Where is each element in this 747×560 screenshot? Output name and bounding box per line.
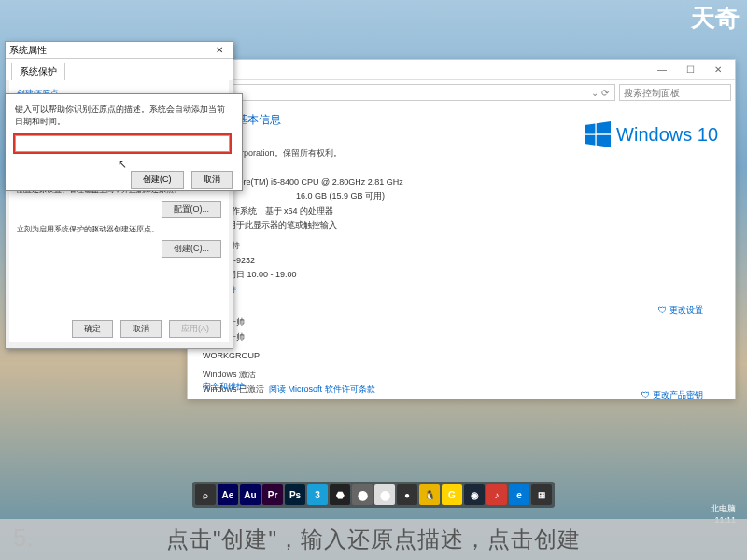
support-label: book 支持 [203, 239, 720, 252]
taskbar-app-icon[interactable]: ● [397, 484, 417, 505]
chevron-down-icon[interactable]: ⌄ ⟳ [591, 88, 609, 98]
activation-heading: Windows 激活 [203, 368, 720, 381]
taskbar-app-icon[interactable]: Ps [285, 484, 305, 505]
taskbar-app-icon[interactable]: Au [240, 484, 261, 505]
sidebar-security-link[interactable]: 安全和维护 [203, 381, 245, 393]
create-restore-point-modal: 键入可以帮助你识别还原点的描述。系统会自动添加当前日期和时间。 ↖ 创建(C) … [5, 93, 243, 191]
taskbar-app-icon[interactable]: Ae [218, 484, 238, 505]
taskbar-app-icon[interactable]: ◉ [464, 484, 485, 505]
change-settings-link[interactable]: 🛡更改设置 [658, 303, 703, 316]
cancel-button[interactable]: 取消 [120, 320, 162, 338]
workgroup-section-label: 工作组: [203, 301, 720, 315]
taskbar-app-icon[interactable]: ⬤ [352, 484, 373, 505]
taskbar-app-icon[interactable]: e [509, 484, 529, 505]
apply-button[interactable]: 应用(A) [169, 320, 221, 338]
modal-create-button[interactable]: 创建(C) [131, 171, 184, 189]
ram-value: 16.0 GB (15.9 GB 可用) [296, 189, 385, 203]
configure-button[interactable]: 配置(O)... [162, 201, 222, 218]
watermark: 天奇 [691, 2, 740, 35]
modal-cancel-button[interactable]: 取消 [191, 171, 233, 189]
tray-label: 北电脑 [711, 503, 736, 515]
taskbar-app-icon[interactable]: ♪ [486, 484, 507, 505]
close-icon[interactable]: ✕ [210, 45, 229, 55]
system-properties-dialog: 系统属性 ✕ 系统保护 创建还原点 键入可以帮助你识别还原点的描述。系统会自动添… [5, 41, 233, 349]
close-button[interactable]: ✕ [705, 62, 731, 78]
windows10-logo: Windows 10 [585, 121, 718, 147]
search-input[interactable] [619, 84, 731, 101]
taskbar-app-icon[interactable]: ⬣ [330, 484, 350, 505]
restore-point-description-input[interactable] [15, 135, 230, 152]
taskbar: ⌕AeAuPrPs3⬣⬤⬤●🐧G◉♪e⊞ [192, 482, 555, 508]
maximize-button[interactable]: ☐ [677, 62, 703, 78]
change-key-link[interactable]: 🛡更改产品密钥 [641, 388, 703, 399]
copyright: crosoft Corporation。保留所有权利。 [203, 147, 720, 160]
taskbar-app-icon[interactable]: ⌕ [195, 484, 216, 505]
cursor-icon: ↖ [118, 158, 127, 171]
tab-system-protection[interactable]: 系统保护 [11, 63, 65, 80]
workgroup-value: WORKGROUP [203, 349, 260, 362]
breadcrumb[interactable]: 系统⌄ ⟳ [191, 84, 615, 101]
control-panel-window: — ☐ ✕ 系统⌄ ⟳ 算机的基本信息 Windows 10 企业版 croso… [187, 59, 736, 399]
taskbar-app-icon[interactable]: 🐧 [419, 484, 440, 505]
create-button[interactable]: 创建(C)... [162, 240, 221, 258]
product-id: 产品 ID: 00328-90000-00000-AAOEM [203, 397, 344, 399]
create-text: 立刻为启用系统保护的驱动器创建还原点。 [17, 224, 221, 234]
taskbar-app-icon[interactable]: ⬤ [374, 484, 395, 505]
ok-button[interactable]: 确定 [72, 320, 113, 338]
taskbar-app-icon[interactable]: ⊞ [531, 484, 552, 505]
taskbar-app-icon[interactable]: Pr [262, 484, 283, 505]
read-terms-link[interactable]: 阅读 Microsoft 软件许可条款 [269, 383, 375, 396]
address-bar: 系统⌄ ⟳ [188, 80, 735, 105]
window-titlebar: — ☐ ✕ [188, 60, 735, 80]
dialog-title: 系统属性 [9, 44, 47, 57]
tutorial-caption: 点击"创建"，输入还原点描述，点击创建 [0, 519, 747, 560]
taskbar-app-icon[interactable]: 3 [307, 484, 328, 505]
modal-instruction: 键入可以帮助你识别还原点的描述。系统会自动添加当前日期和时间。 [15, 104, 233, 128]
taskbar-app-icon[interactable]: G [442, 484, 462, 505]
minimize-button[interactable]: — [649, 62, 675, 78]
